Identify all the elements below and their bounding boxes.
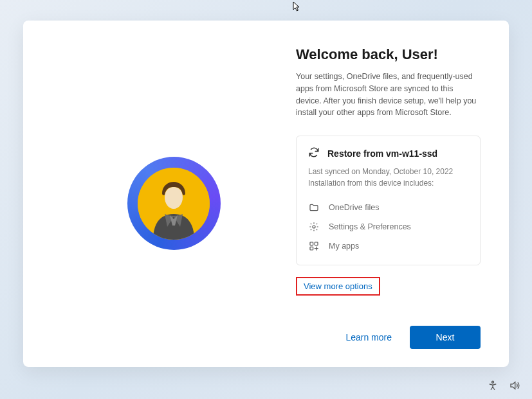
svg-point-1 <box>313 226 315 228</box>
learn-more-link[interactable]: Learn more <box>338 327 399 348</box>
content-column: Welcome back, User! Your settings, OneDr… <box>296 46 481 348</box>
include-label: My apps <box>329 242 359 251</box>
include-label: Settings & Preferences <box>329 222 411 231</box>
restore-header: Restore from vm-w11-ssd <box>308 146 468 161</box>
footer-actions: Learn more Next <box>338 326 481 349</box>
mouse-cursor <box>293 1 302 13</box>
sync-icon <box>308 146 320 161</box>
volume-icon[interactable] <box>509 380 520 391</box>
system-tray <box>487 380 520 391</box>
svg-point-5 <box>492 381 494 383</box>
svg-rect-4 <box>310 247 313 250</box>
apps-icon <box>308 241 320 251</box>
folder-icon <box>308 202 320 213</box>
next-button[interactable]: Next <box>410 326 481 349</box>
include-row-apps: My apps <box>308 236 468 256</box>
restore-meta: Last synced on Monday, October 10, 2022 … <box>308 166 468 189</box>
include-label: OneDrive files <box>329 203 380 212</box>
view-more-options-link[interactable]: View more options <box>296 277 380 296</box>
page-subtitle: Your settings, OneDrive files, and frequ… <box>296 71 481 119</box>
avatar-ring <box>127 157 221 250</box>
includes-label: Installation from this device includes: <box>308 177 468 189</box>
last-synced-text: Last synced on Monday, October 10, 2022 <box>308 166 468 177</box>
avatar-column <box>51 46 296 348</box>
svg-rect-2 <box>310 242 313 245</box>
setup-panel: Welcome back, User! Your settings, OneDr… <box>23 21 509 367</box>
page-title: Welcome back, User! <box>296 46 481 63</box>
restore-title: Restore from vm-w11-ssd <box>327 148 437 159</box>
restore-card: Restore from vm-w11-ssd Last synced on M… <box>296 136 481 265</box>
include-row-onedrive: OneDrive files <box>308 198 468 217</box>
include-row-settings: Settings & Preferences <box>308 217 468 236</box>
gear-icon <box>308 222 320 232</box>
accessibility-icon[interactable] <box>487 380 499 391</box>
svg-rect-3 <box>315 242 318 245</box>
user-avatar <box>138 168 210 240</box>
